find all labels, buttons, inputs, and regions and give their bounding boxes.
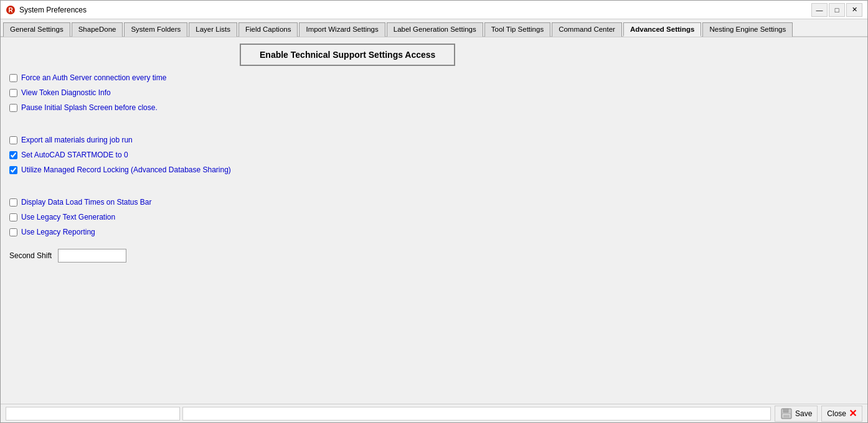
save-label: Save (795, 409, 812, 418)
tab-bar: General Settings ShapeDone System Folder… (1, 19, 867, 37)
svg-rect-3 (783, 409, 788, 412)
view-token-diagnostic-label[interactable]: View Token Diagnostic Info (21, 88, 111, 97)
top-checkboxes-section: Force an Auth Server connection every ti… (9, 72, 859, 113)
checkbox-row-export-materials: Export all materials during job run (9, 134, 859, 146)
status-panel-1 (6, 407, 180, 421)
second-shift-label: Second Shift (9, 251, 52, 260)
title-bar-controls: — □ ✕ (811, 3, 862, 17)
force-auth-server-label[interactable]: Force an Auth Server connection every ti… (21, 73, 166, 82)
tab-nesting-engine-settings[interactable]: Nesting Engine Settings (702, 22, 793, 37)
status-panels (6, 407, 771, 421)
checkbox-row-legacy-reporting: Use Legacy Reporting (9, 226, 859, 238)
tab-label-generation-settings[interactable]: Label Generation Settings (387, 22, 483, 37)
svg-text:R: R (8, 7, 13, 14)
close-x-icon: ✕ (849, 407, 857, 419)
checkbox-row-managed-record-locking: Utilize Managed Record Locking (Advanced… (9, 164, 859, 175)
legacy-text-generation-checkbox[interactable] (9, 213, 17, 221)
minimize-button[interactable]: — (811, 3, 828, 17)
status-panel-2 (182, 407, 771, 421)
svg-rect-5 (783, 415, 790, 417)
enable-technical-support-button[interactable]: Enable Technical Support Settings Access (240, 44, 455, 66)
tab-layer-lists[interactable]: Layer Lists (189, 22, 237, 37)
close-button[interactable]: Close ✕ (821, 406, 862, 422)
bot-checkboxes-section: Display Data Load Times on Status Bar Us… (9, 197, 859, 238)
title-bar: R System Preferences — □ ✕ (1, 1, 867, 19)
tab-general-settings[interactable]: General Settings (3, 22, 70, 37)
checkbox-row-legacy-text: Use Legacy Text Generation (9, 212, 859, 223)
window-title: System Preferences (19, 6, 87, 14)
display-load-times-label[interactable]: Display Data Load Times on Status Bar (21, 198, 151, 207)
maximize-button[interactable]: □ (829, 3, 845, 17)
checkbox-row-autocad-startmode: Set AutoCAD STARTMODE to 0 (9, 149, 859, 160)
app-icon: R (6, 5, 16, 15)
export-materials-checkbox[interactable] (9, 136, 17, 144)
legacy-reporting-checkbox[interactable] (9, 228, 17, 236)
tab-system-folders[interactable]: System Folders (124, 22, 187, 37)
display-load-times-checkbox[interactable] (9, 198, 17, 207)
close-window-button[interactable]: ✕ (846, 3, 862, 17)
content-area: Enable Technical Support Settings Access… (1, 37, 867, 404)
checkbox-row-pause-splash: Pause Initial Splash Screen before close… (9, 102, 859, 113)
tab-advanced-settings[interactable]: Advanced Settings (623, 22, 702, 37)
force-auth-server-checkbox[interactable] (9, 74, 17, 82)
legacy-reporting-label[interactable]: Use Legacy Reporting (21, 228, 95, 236)
save-button[interactable]: Save (775, 406, 818, 422)
view-token-diagnostic-checkbox[interactable] (9, 89, 17, 97)
tab-import-wizard-settings[interactable]: Import Wizard Settings (299, 22, 385, 37)
pause-splash-screen-label[interactable]: Pause Initial Splash Screen before close… (21, 103, 158, 112)
set-autocad-startmode-label[interactable]: Set AutoCAD STARTMODE to 0 (21, 151, 128, 159)
divider-2 (9, 187, 859, 197)
divider-1 (9, 124, 859, 134)
save-icon (780, 407, 793, 420)
checkbox-row-display-load-times: Display Data Load Times on Status Bar (9, 197, 859, 208)
status-bar: Save Close ✕ (1, 404, 867, 422)
managed-record-locking-checkbox[interactable] (9, 166, 17, 174)
set-autocad-startmode-checkbox[interactable] (9, 151, 17, 159)
tab-command-center[interactable]: Command Center (552, 22, 622, 37)
managed-record-locking-label[interactable]: Utilize Managed Record Locking (Advanced… (21, 165, 231, 174)
main-window: R System Preferences — □ ✕ General Setti… (0, 0, 868, 423)
export-materials-label[interactable]: Export all materials during job run (21, 136, 133, 144)
title-bar-left: R System Preferences (6, 5, 87, 15)
legacy-text-generation-label[interactable]: Use Legacy Text Generation (21, 213, 115, 221)
mid-checkboxes-section: Export all materials during job run Set … (9, 134, 859, 175)
tab-tool-tip-settings[interactable]: Tool Tip Settings (484, 22, 550, 37)
tab-shapedone[interactable]: ShapeDone (72, 22, 123, 37)
checkbox-row-view-token: View Token Diagnostic Info (9, 87, 859, 98)
second-shift-input[interactable] (58, 249, 126, 263)
close-label: Close (827, 409, 846, 418)
tab-field-captions[interactable]: Field Captions (238, 22, 298, 37)
second-shift-row: Second Shift (9, 249, 859, 263)
pause-splash-screen-checkbox[interactable] (9, 104, 17, 112)
checkbox-row-force-auth: Force an Auth Server connection every ti… (9, 72, 859, 83)
